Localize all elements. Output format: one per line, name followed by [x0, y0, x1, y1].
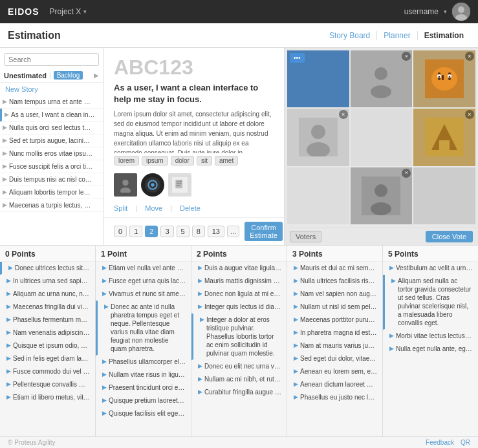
image-cell-7[interactable]	[287, 167, 349, 224]
list-item[interactable]: ▶Nam vel sapien non augue auctor	[287, 288, 382, 301]
list-item[interactable]: ▶Quisque et ipsum odio, sed vehic	[0, 339, 95, 352]
list-item[interactable]: ▶ Fusce suscipit felis a orci tincidunt	[0, 160, 103, 173]
list-item[interactable]: ▶Maecenas porttitor purus non met	[287, 314, 382, 326]
move-link[interactable]: Move	[145, 204, 162, 212]
list-item[interactable]: ▶Integer quis lectus id diam gravida	[191, 301, 287, 314]
feedback-link[interactable]: Feedback	[426, 439, 454, 446]
list-item[interactable]: ▶Aliquam ac urna nunc, non varius	[0, 288, 95, 301]
estimate-2[interactable]: 2	[145, 226, 158, 237]
tab-backlog[interactable]: Backlog	[54, 71, 83, 80]
list-item[interactable]: ▶ Sed et turpis augue, lacinia posue	[0, 134, 103, 147]
new-story-button[interactable]: New Story	[0, 83, 103, 96]
list-item[interactable]: ▶Aenean eu lorem sem, et accumse	[287, 365, 382, 378]
estimate-13[interactable]: 13	[208, 226, 224, 237]
list-item[interactable]: ▶Vivamus et nunc sit amet turpis pr	[96, 288, 191, 301]
remove-image-button[interactable]: ×	[402, 169, 411, 178]
voters-button[interactable]: Voters	[290, 231, 321, 242]
estimate-1[interactable]: 1	[129, 226, 142, 237]
list-item[interactable]: ▶ Nunc mollis eros vitae ipsum cong	[0, 147, 103, 160]
list-item[interactable]: ▶Duis a augue vitae ligula condimer	[191, 262, 287, 275]
tag[interactable]: dolor	[171, 156, 194, 165]
sidebar-expand-icon[interactable]: ▶	[94, 72, 99, 79]
list-item[interactable]: ▶Nullam ut nisl id sem pellentesque	[287, 301, 382, 314]
image-cell-8[interactable]: ×	[351, 167, 413, 224]
list-item[interactable]: ▶Donec eu elit nec urna viverra mal	[191, 360, 287, 373]
list-item[interactable]: ▶Donec ultrices lectus sit amet mi	[0, 262, 95, 275]
estimate-8[interactable]: 8	[192, 226, 205, 237]
estimate-5[interactable]: 5	[177, 226, 190, 237]
image-options-button[interactable]: •••	[290, 53, 305, 63]
estimate-3[interactable]: 3	[160, 226, 173, 237]
image-cell-2[interactable]: ×	[351, 50, 413, 107]
list-item[interactable]: ▶Nulla ultrices facilisis risus, et laci…	[287, 275, 382, 288]
list-item[interactable]: ▶ As a user, I want a clean interface	[0, 109, 103, 122]
tab-unestimated[interactable]: Unestimated	[4, 72, 47, 80]
list-item[interactable]: ▶Mauris et dui ac mi semper egesta	[287, 262, 382, 275]
tag[interactable]: lorem	[114, 156, 139, 165]
list-item[interactable]: ▶Donec non ligula at mi euismod he	[191, 288, 287, 301]
list-item[interactable]: ▶Mauris mattis dignissim tellus, sod	[191, 275, 287, 288]
remove-image-button[interactable]: ×	[402, 52, 411, 61]
list-item[interactable]: ▶In ultrices urna sed sapien matta	[0, 275, 95, 288]
list-item[interactable]: ▶Etiam id libero metus, vitae faucib	[0, 391, 95, 404]
user-menu[interactable]: username ▾	[404, 3, 470, 21]
estimate-more[interactable]: ...	[227, 226, 239, 237]
confirm-estimate-button[interactable]: Confirm Estimate	[244, 222, 283, 241]
list-item[interactable]: ▶Morbi vitae lectus lectus, at sodal	[383, 330, 478, 343]
remove-image-button[interactable]: ×	[339, 110, 348, 119]
list-item[interactable]: ▶Fusce commodo dui vel est lacinia	[0, 365, 95, 378]
nav-link-estimation[interactable]: Estimation	[418, 31, 470, 40]
image-cell-1[interactable]: •••	[287, 50, 349, 107]
list-item[interactable]: ▶Sed in felis eget diam laoreet tinc	[0, 352, 95, 365]
split-link[interactable]: Split	[114, 204, 127, 212]
list-item[interactable]: ▶Aenean dictum laoreet massa, fau	[287, 378, 382, 391]
image-cell-6[interactable]: ×	[413, 109, 475, 165]
remove-image-button[interactable]: ×	[465, 110, 474, 119]
list-item[interactable]: ▶Nulla eget nulla ante, eget imperd	[383, 343, 478, 356]
list-item[interactable]: ▶Sed eget dui dolor, vitae volutpat f	[287, 352, 382, 365]
list-item[interactable]: ▶Donec ac ante id nulla pharetra tempus …	[96, 301, 191, 356]
list-item[interactable]: ▶ Aliquam lobortis tempor lectus, ut	[0, 186, 103, 199]
list-item[interactable]: ▶Maecenas fringilla dui vitae semb	[0, 301, 95, 314]
list-item[interactable]: ▶Integer a dolor at eros tristique pulvi…	[191, 314, 287, 360]
attachment-person[interactable]	[114, 173, 137, 197]
list-item[interactable]: ▶Etiam vel nulla vel ante sodales lo	[96, 262, 191, 275]
tag[interactable]: sit	[197, 156, 212, 165]
list-item[interactable]: ▶Quisque facilisis elit eget neque el	[96, 407, 191, 420]
list-item[interactable]: ▶ Maecenas a turpis lectus, vitae he	[0, 199, 103, 212]
estimate-0[interactable]: 0	[114, 226, 127, 237]
list-item[interactable]: ▶Pellentesque convallis malesuad	[0, 378, 95, 391]
list-item[interactable]: ▶ Nam tempus urna et ante hendrer	[0, 96, 103, 109]
tag[interactable]: amet	[215, 156, 238, 165]
search-input[interactable]	[4, 53, 99, 66]
list-item[interactable]: ▶Fusce eget urna quis lacus accum	[96, 275, 191, 288]
list-item[interactable]: ▶Nullam ac mi nibh, et rutrum lorem	[191, 373, 287, 386]
list-item[interactable]: ▶Nullam vitae risus in ligula blandit	[96, 368, 191, 381]
project-selector[interactable]: Project X ▾	[50, 7, 87, 16]
list-item[interactable]: ▶Praesent tincidunt orci eu massa f	[96, 381, 191, 394]
image-cell-3[interactable]: ×	[413, 50, 475, 107]
list-item[interactable]: ▶Curabitur fringilla augue eu purus	[191, 386, 287, 399]
list-item[interactable]: ▶ Duis tempus nisi ac nisl convallis v	[0, 173, 103, 186]
image-cell-4[interactable]: ×	[287, 109, 349, 165]
list-item[interactable]: ▶Phasellus ullamcorper elit eget ant	[96, 356, 191, 368]
nav-link-planner[interactable]: Planner	[377, 31, 417, 40]
list-item[interactable]: ▶Nam at mauris varius justo consec	[287, 339, 382, 352]
list-item[interactable]: ▶Nam venenatis adipiscing augue s	[0, 326, 95, 339]
list-item[interactable]: ▶ Nulla quis orci sed lectus tempus	[0, 122, 103, 134]
list-item[interactable]: ▶Quisque pretium laoreet lacus, sit	[96, 394, 191, 407]
list-item[interactable]: ▶Phasellus eu justo nec lacus cursu	[287, 391, 382, 404]
image-cell-5[interactable]	[351, 109, 413, 165]
close-vote-button[interactable]: Close Vote	[426, 231, 473, 242]
nav-link-storyboard[interactable]: Story Board	[323, 31, 377, 40]
list-item[interactable]: ▶Phasellus fermentum metus lobort	[0, 314, 95, 326]
tag[interactable]: ipsum	[142, 156, 168, 165]
qr-link[interactable]: QR	[461, 439, 470, 446]
delete-link[interactable]: Delete	[180, 204, 201, 212]
image-cell-9[interactable]	[413, 167, 475, 224]
list-item[interactable]: ▶In pharetra magna id est condimer	[287, 326, 382, 339]
attachment-doc[interactable]	[168, 173, 191, 197]
list-item[interactable]: ▶Vestibulum ac velit a urna varius v	[383, 262, 478, 275]
remove-image-button[interactable]: ×	[465, 52, 474, 61]
attachment-icon[interactable]	[141, 173, 164, 197]
